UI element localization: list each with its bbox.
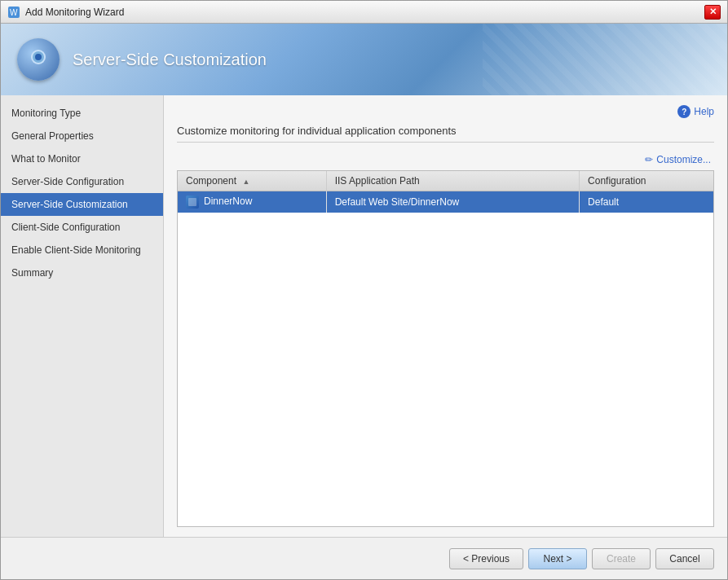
help-link[interactable]: ? Help xyxy=(677,105,714,118)
pencil-icon: ✏ xyxy=(645,154,653,165)
sidebar-item-what-to-monitor[interactable]: What to Monitor xyxy=(1,147,163,170)
table-row[interactable]: DinnerNowDefault Web Site/DinnerNowDefau… xyxy=(178,191,713,213)
content-area: ? Help Customize monitoring for individu… xyxy=(164,95,727,537)
col-configuration-label: Configuration xyxy=(588,175,646,187)
cell-iis-path: Default Web Site/DinnerNow xyxy=(326,191,579,213)
help-label: Help xyxy=(694,106,714,117)
table-header-row: Component ▲ IIS Application Path Configu… xyxy=(178,171,713,191)
sidebar-item-enable-client-side[interactable]: Enable Client-Side Monitoring xyxy=(1,239,163,261)
window-icon: W xyxy=(7,6,20,19)
close-button[interactable]: ✕ xyxy=(704,5,721,20)
previous-button[interactable]: < Previous xyxy=(449,548,523,569)
cell-configuration: Default xyxy=(580,191,713,213)
sidebar-item-client-side-configuration[interactable]: Client-Side Configuration xyxy=(1,216,163,239)
sidebar-item-general-properties[interactable]: General Properties xyxy=(1,125,163,147)
col-configuration[interactable]: Configuration xyxy=(580,171,713,191)
sort-arrow-component: ▲ xyxy=(242,178,249,186)
sidebar-item-summary[interactable]: Summary xyxy=(1,261,163,284)
help-bar: ? Help xyxy=(177,105,714,118)
customize-bar: ✏ Customize... xyxy=(177,152,714,167)
titlebar: W Add Monitoring Wizard ✕ xyxy=(1,1,727,24)
header-title: Server-Side Customization xyxy=(73,51,267,69)
main-area: Monitoring TypeGeneral PropertiesWhat to… xyxy=(1,95,727,537)
sidebar-item-monitoring-type[interactable]: Monitoring Type xyxy=(1,102,163,125)
wizard-icon xyxy=(17,38,60,81)
svg-text:W: W xyxy=(10,8,18,17)
customize-label: Customize... xyxy=(656,154,711,165)
svg-point-4 xyxy=(35,54,42,60)
main-window: W Add Monitoring Wizard ✕ Server-Side Cu… xyxy=(0,0,728,580)
col-iis-path[interactable]: IIS Application Path xyxy=(326,171,579,191)
window-title: Add Monitoring Wizard xyxy=(25,7,124,18)
sidebar-item-server-side-configuration[interactable]: Server-Side Configuration xyxy=(1,170,163,193)
section-title: Customize monitoring for individual appl… xyxy=(177,125,714,143)
col-component[interactable]: Component ▲ xyxy=(178,171,326,191)
cell-component: DinnerNow xyxy=(178,191,326,213)
sidebar: Monitoring TypeGeneral PropertiesWhat to… xyxy=(1,95,164,537)
component-icon xyxy=(186,196,199,209)
cancel-button[interactable]: Cancel xyxy=(655,548,714,569)
titlebar-left: W Add Monitoring Wizard xyxy=(7,6,124,19)
data-table: Component ▲ IIS Application Path Configu… xyxy=(178,171,713,213)
sidebar-item-server-side-customization[interactable]: Server-Side Customization xyxy=(1,193,163,216)
col-iis-path-label: IIS Application Path xyxy=(335,175,420,187)
customize-button[interactable]: ✏ Customize... xyxy=(642,152,714,167)
col-component-label: Component xyxy=(186,175,236,187)
header-banner: Server-Side Customization xyxy=(1,24,727,95)
footer: < Previous Next > Create Cancel xyxy=(1,537,727,579)
help-icon: ? xyxy=(677,105,690,118)
next-button[interactable]: Next > xyxy=(528,548,587,569)
create-button[interactable]: Create xyxy=(592,548,651,569)
table-container: Component ▲ IIS Application Path Configu… xyxy=(177,170,714,527)
